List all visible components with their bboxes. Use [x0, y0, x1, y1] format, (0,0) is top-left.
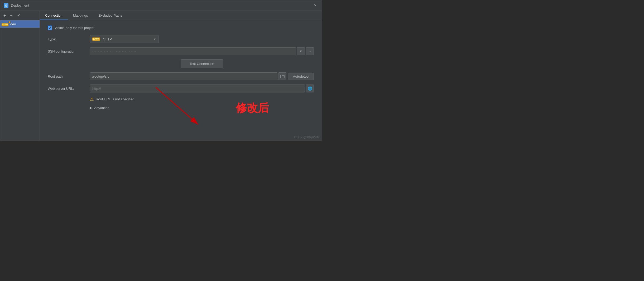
root-path-folder-button[interactable] [278, 72, 286, 80]
advanced-row[interactable]: Advanced [90, 106, 314, 110]
ssh-ellipsis-button[interactable]: ··· [306, 47, 314, 55]
sidebar-item-dev[interactable]: SFTP dev [0, 20, 40, 28]
ssh-config-input[interactable] [90, 47, 296, 55]
warning-icon: ⚠ [90, 97, 94, 102]
web-server-url-label: Web server URL: [48, 87, 90, 91]
app-icon: G [3, 3, 9, 8]
main-content: + − ✓ SFTP dev Connection Map [0, 11, 322, 140]
test-connection-button[interactable]: Test Connection [181, 59, 223, 68]
title-bar: G Deployment × [0, 0, 322, 11]
type-sftp-icon: SFTP [92, 38, 100, 41]
window-title: Deployment [11, 3, 312, 7]
root-path-row: Root path: Autodetect [48, 72, 314, 80]
root-path-label: Root path: [48, 74, 90, 78]
remove-button[interactable]: − [9, 13, 13, 18]
ssh-field-wrapper: ▼ ··· [90, 47, 314, 55]
visible-only-label: Visible only for this project [55, 26, 94, 30]
tab-connection[interactable]: Connection [40, 11, 68, 20]
tab-excluded-paths[interactable]: Excluded Paths [93, 11, 127, 20]
ssh-config-row: SSH configuration ▼ ··· [48, 47, 314, 55]
type-value: SFTP [103, 37, 151, 41]
close-button[interactable]: × [312, 2, 319, 9]
right-panel-inner: Connection Mappings Excluded Paths Visib… [40, 11, 322, 140]
visible-only-row: Visible only for this project [48, 26, 314, 30]
tab-mappings[interactable]: Mappings [68, 11, 93, 20]
sftp-icon: SFTP [3, 22, 8, 26]
advanced-expand-icon[interactable] [90, 107, 92, 109]
type-row: Type: SFTP SFTP ▼ [48, 35, 314, 43]
test-connection-row: Test Connection [90, 59, 314, 68]
warning-text: Root URL is not specified [96, 97, 134, 101]
sidebar: + − ✓ SFTP dev [0, 11, 40, 140]
type-dropdown-arrow: ▼ [153, 38, 156, 41]
web-server-url-row: Web server URL: 🌐 [48, 85, 314, 92]
ssh-dropdown-button[interactable]: ▼ [297, 47, 305, 55]
svg-text:G: G [5, 4, 7, 7]
check-button[interactable]: ✓ [16, 12, 21, 18]
web-server-url-input[interactable] [90, 85, 305, 92]
root-path-input[interactable] [90, 72, 277, 80]
tab-content-connection: Visible only for this project Type: SFTP… [40, 20, 322, 140]
tab-bar: Connection Mappings Excluded Paths [40, 11, 322, 20]
web-url-wrapper: 🌐 [90, 85, 314, 92]
add-button[interactable]: + [2, 13, 7, 18]
visible-only-checkbox[interactable] [48, 26, 52, 30]
globe-button[interactable]: 🌐 [306, 85, 314, 92]
ssh-config-label: SSH configuration [48, 49, 90, 53]
watermark: CSDN @坦笑&&life [294, 135, 320, 139]
root-path-wrapper [90, 72, 286, 80]
right-panel: Connection Mappings Excluded Paths Visib… [40, 11, 322, 140]
type-label: Type: [48, 37, 90, 41]
warning-row: ⚠ Root URL is not specified [90, 97, 314, 102]
sidebar-toolbar: + − ✓ [0, 11, 40, 20]
type-dropdown[interactable]: SFTP SFTP ▼ [90, 35, 158, 43]
autodetect-button[interactable]: Autodetect [289, 73, 314, 80]
advanced-label[interactable]: Advanced [94, 106, 109, 110]
sidebar-item-label: dev [10, 22, 16, 26]
